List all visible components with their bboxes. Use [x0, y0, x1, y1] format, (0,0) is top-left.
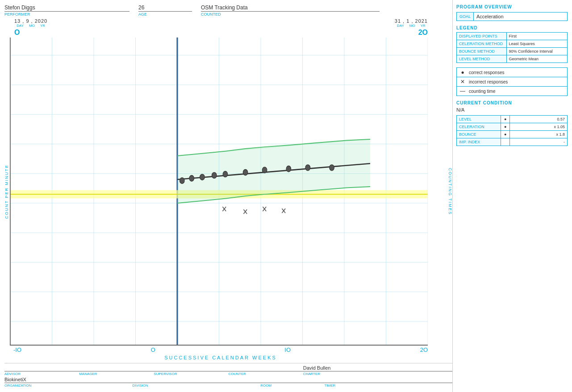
svg-point-51: [305, 165, 310, 171]
legend-item-icon: ✕: [459, 79, 466, 85]
legend-items: ●correct responses✕incorrect responses—c…: [456, 67, 568, 96]
legend-item: ●correct responses: [457, 68, 567, 77]
chart-footer: ADVISOR MANAGER SUPERVISOR COUNTER David…: [4, 363, 452, 376]
condition-table-row: LEVEL●0.57: [457, 116, 568, 123]
legend-item-icon: ●: [459, 69, 466, 75]
counted-value: OSM Tracking Data: [201, 4, 380, 12]
svg-point-48: [243, 169, 248, 175]
legend-item-icon: —: [459, 88, 466, 94]
program-overview-title: PROGRAM OVERVIEW: [456, 4, 568, 9]
counted-label: COUNTED: [201, 12, 380, 17]
legend-title: LEGEND: [456, 25, 568, 30]
org-col: BiokinetiX ORGANIZATION: [4, 377, 133, 388]
svg-point-52: [330, 165, 334, 171]
legend-item: ✕incorrect responses: [457, 77, 567, 87]
supervisor-col: SUPERVISOR: [154, 365, 228, 376]
svg-text:✕: ✕: [242, 208, 248, 217]
chart-header: Stefon Diggs PERFORMER 26 AGE OSM Tracki…: [4, 4, 452, 17]
age-label: AGE: [138, 12, 192, 17]
counter-value: [229, 365, 303, 371]
condition-table: LEVEL●0.57CELERATION●x 1.05BOUNCE●x 1.8I…: [456, 115, 568, 146]
chart-inner: 5 1 .5 .1 .O5 O IO" sec I5" 2O" 3O" 1' m…: [10, 38, 428, 346]
manager-label: MANAGER: [79, 372, 154, 376]
age-field: 26 AGE: [138, 4, 192, 17]
counter-col: COUNTER: [229, 365, 303, 376]
svg-text:✕: ✕: [262, 204, 267, 214]
manager-value: [79, 365, 154, 371]
timer-value: [324, 377, 452, 383]
x-axis-title: SUCCESSIVE CALENDAR WEEKS: [164, 355, 277, 360]
performer-value: Stefon Diggs: [4, 4, 129, 12]
svg-point-45: [200, 174, 205, 180]
charter-person: David Bullen: [303, 365, 452, 371]
svg-text:✕: ✕: [281, 206, 286, 216]
svg-text:✕: ✕: [221, 204, 227, 214]
svg-point-46: [212, 172, 217, 178]
svg-point-49: [262, 167, 267, 173]
x-axis-container: -IO O IO 2O SUCCESSIVE CALENDAR WEEKS: [4, 346, 452, 360]
legend-section: ●correct responses✕incorrect responses—c…: [456, 67, 568, 96]
charter-col: David Bullen CHARTER: [303, 365, 452, 376]
room-col: ROOM: [260, 377, 324, 388]
end-date: 31 , 1 , 2021 DAY MO YR: [395, 18, 428, 28]
charter-label: CHARTER: [303, 372, 452, 376]
goal-value: Acceleration: [474, 13, 567, 21]
supervisor-label: SUPERVISOR: [154, 372, 228, 376]
legend-table: DISPLAYED POINTSFirstCELERATION METHODLe…: [456, 32, 568, 63]
org-value: BiokinetiX: [4, 377, 133, 383]
main-container: Stefon Diggs PERFORMER 26 AGE OSM Tracki…: [0, 0, 572, 392]
timer-col: TIMER: [324, 377, 452, 388]
y-label-left: COUNT PER MINUTE: [4, 38, 9, 346]
x-label-minus10: -IO: [13, 346, 21, 353]
advisor-value: [4, 365, 79, 371]
legend-table-row: LEVEL METHODGeometric Mean: [457, 55, 568, 63]
goal-label: GOAL: [457, 13, 474, 21]
supervisor-value: [154, 365, 228, 371]
x-label-0: O: [151, 346, 155, 353]
date-row: 13 , 9 , 2020 DAY MO YR 31 , 1 , 2021 DA…: [4, 18, 452, 28]
division-value: [133, 377, 261, 383]
start-marker: O: [14, 29, 20, 37]
x-label-20: 2O: [420, 346, 428, 353]
advisor-label: ADVISOR: [4, 372, 79, 376]
counted-field: OSM Tracking Data COUNTED: [201, 4, 380, 17]
end-date-labels: DAY MO YR: [397, 24, 426, 28]
room-label: ROOM: [260, 384, 324, 388]
condition-na: N/A: [456, 107, 568, 113]
start-date: 13 , 9 , 2020 DAY MO YR: [14, 18, 47, 28]
condition-title: CURRENT CONDITION: [456, 100, 568, 105]
start-date-labels: DAY MO YR: [17, 24, 45, 28]
svg-point-47: [223, 171, 228, 177]
x-axis-labels: -IO O IO 2O: [13, 346, 428, 354]
legend-item-text: correct responses: [469, 70, 504, 75]
chart-svg: 5 1 .5 .1 .O5 O IO" sec I5" 2O" 3O" 1' m…: [10, 38, 428, 345]
legend-item-text: incorrect responses: [469, 79, 508, 84]
x-label-10: IO: [284, 346, 291, 353]
org-label: ORGANIZATION: [4, 384, 133, 388]
counter-label: COUNTER: [229, 372, 303, 376]
manager-col: MANAGER: [79, 365, 154, 376]
performer-field: Stefon Diggs PERFORMER: [4, 4, 129, 17]
svg-point-43: [180, 178, 184, 183]
y-label-right: COUNTING TIMES: [448, 38, 452, 346]
condition-table-row: IMP. INDEX-: [457, 138, 568, 146]
end-marker: 2O: [418, 29, 428, 37]
svg-point-44: [189, 175, 194, 181]
condition-table-row: CELERATION●x 1.05: [457, 123, 568, 131]
chart-footer-2: BiokinetiX ORGANIZATION DIVISION ROOM TI…: [4, 377, 452, 388]
end-date-value: 31 , 1 , 2021: [395, 18, 428, 24]
legend-table-row: CELERATION METHODLeast Squares: [457, 40, 568, 48]
timer-label: TIMER: [324, 384, 452, 388]
chart-wrapper: COUNT PER MINUTE: [4, 38, 452, 346]
legend-item-text: counting time: [469, 89, 495, 94]
condition-table-row: BOUNCE●x 1.8: [457, 131, 568, 138]
advisor-col: ADVISOR: [4, 365, 79, 376]
division-col: DIVISION: [133, 377, 261, 388]
legend-table-row: BOUNCE METHOD90% Confidence Interval: [457, 48, 568, 55]
chart-section: Stefon Diggs PERFORMER 26 AGE OSM Tracki…: [0, 0, 452, 392]
performer-label: PERFORMER: [4, 12, 129, 17]
division-label: DIVISION: [133, 384, 261, 388]
start-date-value: 13 , 9 , 2020: [14, 18, 47, 24]
legend-item: —counting time: [457, 87, 567, 96]
goal-row: GOAL Acceleration: [456, 12, 568, 21]
